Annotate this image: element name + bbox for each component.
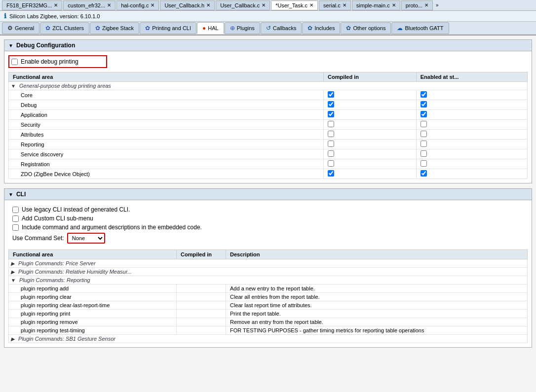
row-name: Attributes — [9, 130, 324, 140]
tab-bluetooth[interactable]: ☁ Bluetooth GATT — [391, 22, 449, 34]
debug-table: Functional area Compiled in Enabled at s… — [8, 72, 528, 179]
tab-label: User_Callback.c — [220, 2, 260, 8]
tab-label: custom_efr32... — [68, 2, 105, 8]
add-custom-cli-checkbox[interactable] — [12, 215, 19, 222]
compiled-checkbox[interactable] — [328, 91, 334, 98]
use-legacy-cli-label[interactable]: Use legacy CLI instead of generated CLI. — [22, 206, 130, 213]
tab-plugins[interactable]: ⊕ Plugins — [225, 22, 260, 34]
tab-close-icon[interactable]: ✕ — [309, 2, 313, 8]
tab-close-icon[interactable]: ✕ — [424, 2, 428, 8]
tab-label: simple-main.c — [356, 2, 390, 8]
row-enabled — [416, 159, 527, 169]
expand-arrow[interactable]: ▶ — [11, 336, 15, 342]
th-compiled-in: Compiled in — [324, 72, 417, 82]
tab-other-options[interactable]: ✿ Other options — [341, 22, 391, 34]
tab-user-callback-h[interactable]: User_Callback.h ✕ — [160, 0, 215, 10]
use-legacy-cli-checkbox[interactable] — [12, 207, 19, 213]
th-compiled-in-cli: Compiled in — [177, 250, 226, 259]
command-set-label: Use Command Set: — [12, 235, 64, 242]
enabled-checkbox[interactable] — [421, 131, 427, 137]
add-custom-cli-label[interactable]: Add Custom CLI sub-menu — [22, 215, 93, 222]
enabled-checkbox[interactable] — [421, 160, 427, 167]
th-functional-area: Functional area — [9, 72, 324, 82]
plugins-icon: ⊕ — [230, 25, 235, 32]
row-description: Clear last report time of attributes. — [226, 301, 528, 310]
enabled-checkbox[interactable] — [421, 111, 427, 117]
tab-close-icon[interactable]: ✕ — [151, 2, 154, 8]
tab-zcl[interactable]: ✿ ZCL Clusters — [40, 22, 89, 34]
tab-other-options-label: Other options — [353, 25, 385, 31]
compiled-checkbox[interactable] — [328, 150, 334, 157]
compiled-checkbox[interactable] — [328, 170, 334, 177]
enabled-checkbox[interactable] — [421, 121, 427, 127]
compiled-checkbox[interactable] — [328, 111, 334, 117]
enabled-checkbox[interactable] — [421, 170, 427, 177]
compiled-checkbox[interactable] — [328, 160, 334, 167]
tab-serial[interactable]: serial.c ✕ — [319, 0, 351, 10]
tab-close-icon[interactable]: ✕ — [343, 2, 346, 8]
tab-close-icon[interactable]: ✕ — [54, 2, 58, 8]
enabled-checkbox[interactable] — [421, 141, 427, 147]
row-compiled — [177, 318, 226, 326]
table-row: ▶ Plugin Commands: Relative Humidity Mea… — [9, 268, 528, 276]
row-name: plugin reporting test-timing — [9, 326, 177, 335]
enabled-checkbox[interactable] — [421, 101, 427, 107]
tab-callbacks[interactable]: ↺ Callbacks — [261, 22, 302, 34]
tab-includes[interactable]: ✿ Includes — [302, 22, 340, 34]
general-icon: ⚙ — [7, 25, 13, 32]
cli-section-title: CLI — [16, 191, 26, 198]
cli-section-header[interactable]: ▼ CLI — [4, 189, 532, 200]
th-functional-area-cli: Functional area — [9, 250, 177, 259]
expand-arrow[interactable]: ▼ — [11, 278, 16, 283]
tab-hal[interactable]: ● HAL — [197, 22, 224, 34]
tab-close-icon[interactable]: ✕ — [392, 2, 396, 8]
tab-includes-label: Includes — [314, 25, 335, 31]
tab-general[interactable]: ⚙ General — [2, 22, 39, 34]
cli-collapse-arrow[interactable]: ▼ — [8, 192, 13, 197]
tab-zigbee[interactable]: ✿ Zigbee Stack — [90, 22, 139, 34]
row-compiled — [324, 100, 417, 110]
enabled-checkbox[interactable] — [421, 150, 427, 157]
row-name: Reporting — [9, 140, 324, 149]
tab-f518[interactable]: F518_EFR32MG... ✕ — [2, 0, 62, 10]
cli-options: Use legacy CLI instead of generated CLI.… — [8, 204, 528, 249]
enable-debug-label[interactable]: Enable debug printing — [21, 58, 78, 65]
table-row: plugin reporting test-timing FOR TESTING… — [9, 326, 528, 335]
compiled-checkbox[interactable] — [328, 121, 334, 127]
row-compiled — [177, 301, 226, 310]
table-row: Debug — [9, 100, 528, 110]
tab-printing-label: Printing and CLI — [152, 25, 191, 31]
tab-hal-config[interactable]: hal-config.c ✕ — [116, 0, 159, 10]
command-set-select[interactable]: None Standard Custom — [67, 233, 105, 244]
enable-debug-checkbox[interactable] — [11, 59, 18, 65]
tab-user-callback-c[interactable]: User_Callback.c ✕ — [216, 0, 270, 10]
tab-simple-main[interactable]: simple-main.c ✕ — [352, 0, 400, 10]
debug-config-header[interactable]: ▼ Debug Configuration — [4, 40, 532, 51]
table-row: Reporting — [9, 140, 528, 149]
title-bar: F518_EFR32MG... ✕ custom_efr32... ✕ hal-… — [0, 0, 536, 11]
tab-overflow-button[interactable]: » — [434, 1, 441, 9]
tab-close-icon[interactable]: ✕ — [107, 2, 111, 8]
enabled-checkbox[interactable] — [421, 91, 427, 98]
row-compiled — [324, 120, 417, 130]
tab-custom-efr32[interactable]: custom_efr32... ✕ — [63, 0, 115, 10]
th-enabled-at-startup: Enabled at st... — [416, 72, 527, 82]
tab-user-task[interactable]: *User_Task.c ✕ — [271, 0, 318, 10]
compiled-checkbox[interactable] — [328, 141, 334, 147]
table-row: plugin reporting clear-last-report-time … — [9, 301, 528, 310]
expand-arrow[interactable]: ▶ — [11, 261, 15, 266]
tab-printing[interactable]: ✿ Printing and CLI — [140, 22, 196, 34]
compiled-checkbox[interactable] — [328, 131, 334, 137]
row-name: plugin reporting remove — [9, 318, 177, 326]
tab-close-icon[interactable]: ✕ — [206, 2, 210, 8]
tab-proto[interactable]: proto... ✕ — [401, 0, 433, 10]
row-compiled — [324, 149, 417, 159]
group-expand-arrow[interactable]: ▼ — [11, 83, 16, 89]
debug-collapse-arrow[interactable]: ▼ — [8, 43, 13, 48]
tab-close-icon[interactable]: ✕ — [262, 2, 266, 8]
compiled-checkbox[interactable] — [328, 101, 334, 107]
expand-arrow[interactable]: ▶ — [11, 269, 15, 275]
row-name: plugin reporting clear — [9, 293, 177, 301]
include-descriptions-checkbox[interactable] — [12, 224, 19, 231]
include-descriptions-label[interactable]: Include command and argument description… — [22, 224, 202, 231]
